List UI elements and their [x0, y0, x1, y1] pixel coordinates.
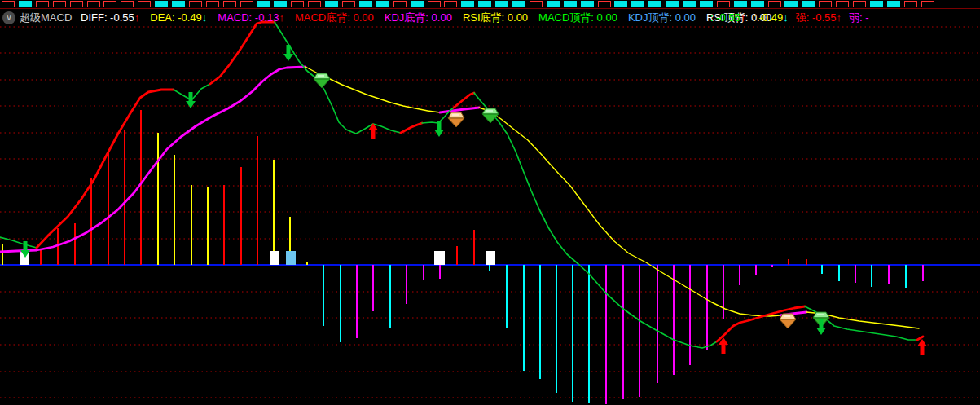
indicator-value: RSI底背: 0.00 [463, 11, 528, 24]
sell-arrow-down-icon [186, 92, 196, 108]
arrow-down-icon: ↓ [202, 11, 208, 24]
dea-line [0, 67, 919, 328]
indicator-value: KDJ底背: 0.00 [385, 11, 452, 24]
indicator-header: ∨ 超级MACD DIFF: -0.55↑DEA: -0.49↓MACD: -0… [0, 9, 980, 27]
indicator-values-right: : -0.55↑: -0.49↓强: -0.55↑弱: - [710, 9, 877, 27]
orange-gem-icon [448, 112, 464, 127]
green-gem-icon [314, 73, 330, 88]
collapse-chevron-icon[interactable]: ∨ [2, 11, 15, 24]
indicator-value: MACD底背: 0.00 [295, 11, 374, 24]
arrow-up-icon: ↑ [279, 11, 284, 24]
grid-lines [0, 27, 980, 398]
macd-chart-canvas[interactable] [0, 0, 980, 405]
indicator-values-left: DIFF: -0.55↑DEA: -0.49↓MACD: -0.13↑MACD底… [81, 9, 782, 27]
macd-histogram [2, 110, 923, 404]
orange-gem-icon [780, 314, 796, 328]
buy-arrow-up-icon [917, 339, 927, 355]
indicator-value: : -0.49↓ [753, 11, 788, 24]
indicator-value: MACD: -0.13↑ [218, 11, 284, 24]
indicator-value: 强: -0.55↑ [796, 11, 842, 24]
indicator-value: DEA: -0.49↓ [150, 11, 207, 24]
indicator-value: : -0.55↑ [710, 11, 745, 24]
indicator-value: KDJ顶背: 0.00 [628, 11, 696, 24]
panel-title: 超级MACD [20, 9, 72, 27]
arrow-up-icon: ↑ [837, 11, 842, 24]
arrow-up-icon: ↑ [134, 11, 140, 24]
macd-indicator-panel: ∨ 超级MACD DIFF: -0.55↑DEA: -0.49↓MACD: -0… [0, 0, 980, 405]
indicator-value: 弱: - [849, 11, 869, 24]
indicator-value: DIFF: -0.55↑ [81, 11, 139, 24]
arrow-up-icon: ↑ [740, 11, 746, 24]
green-gem-icon [482, 108, 499, 123]
arrow-down-icon: ↓ [783, 11, 789, 24]
indicator-value: MACD顶背: 0.00 [538, 11, 617, 24]
